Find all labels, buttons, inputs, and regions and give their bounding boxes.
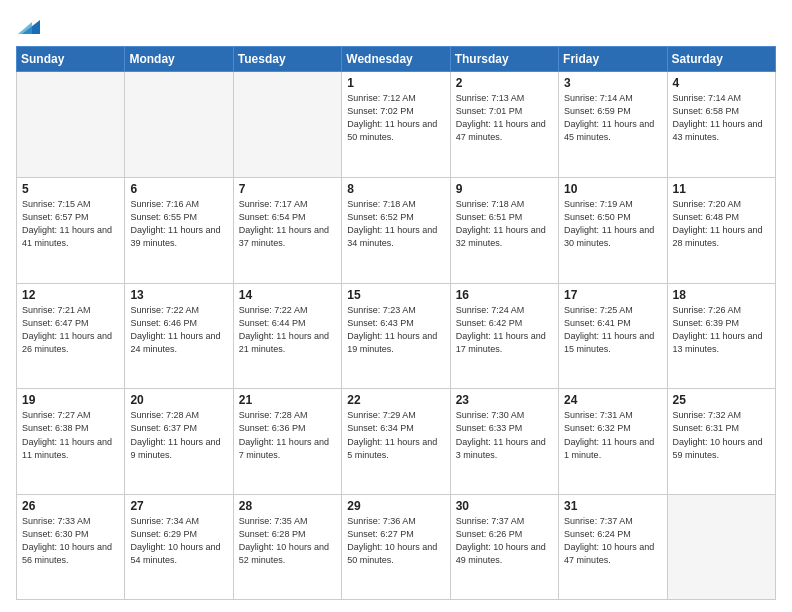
calendar-cell: 10Sunrise: 7:19 AM Sunset: 6:50 PM Dayli… xyxy=(559,177,667,283)
day-info: Sunrise: 7:22 AM Sunset: 6:44 PM Dayligh… xyxy=(239,304,336,356)
calendar-cell: 5Sunrise: 7:15 AM Sunset: 6:57 PM Daylig… xyxy=(17,177,125,283)
day-number: 28 xyxy=(239,499,336,513)
day-number: 5 xyxy=(22,182,119,196)
weekday-header-thursday: Thursday xyxy=(450,47,558,72)
day-number: 6 xyxy=(130,182,227,196)
weekday-header-monday: Monday xyxy=(125,47,233,72)
day-info: Sunrise: 7:26 AM Sunset: 6:39 PM Dayligh… xyxy=(673,304,770,356)
calendar-week-2: 5Sunrise: 7:15 AM Sunset: 6:57 PM Daylig… xyxy=(17,177,776,283)
day-number: 20 xyxy=(130,393,227,407)
calendar-week-3: 12Sunrise: 7:21 AM Sunset: 6:47 PM Dayli… xyxy=(17,283,776,389)
day-number: 26 xyxy=(22,499,119,513)
day-number: 4 xyxy=(673,76,770,90)
day-number: 3 xyxy=(564,76,661,90)
day-number: 21 xyxy=(239,393,336,407)
day-info: Sunrise: 7:23 AM Sunset: 6:43 PM Dayligh… xyxy=(347,304,444,356)
day-info: Sunrise: 7:15 AM Sunset: 6:57 PM Dayligh… xyxy=(22,198,119,250)
calendar-cell: 8Sunrise: 7:18 AM Sunset: 6:52 PM Daylig… xyxy=(342,177,450,283)
day-number: 2 xyxy=(456,76,553,90)
day-info: Sunrise: 7:37 AM Sunset: 6:24 PM Dayligh… xyxy=(564,515,661,567)
day-info: Sunrise: 7:29 AM Sunset: 6:34 PM Dayligh… xyxy=(347,409,444,461)
day-number: 16 xyxy=(456,288,553,302)
calendar-cell: 31Sunrise: 7:37 AM Sunset: 6:24 PM Dayli… xyxy=(559,495,667,600)
calendar-cell: 29Sunrise: 7:36 AM Sunset: 6:27 PM Dayli… xyxy=(342,495,450,600)
day-number: 8 xyxy=(347,182,444,196)
day-number: 29 xyxy=(347,499,444,513)
day-info: Sunrise: 7:22 AM Sunset: 6:46 PM Dayligh… xyxy=(130,304,227,356)
day-number: 15 xyxy=(347,288,444,302)
day-info: Sunrise: 7:25 AM Sunset: 6:41 PM Dayligh… xyxy=(564,304,661,356)
calendar-cell: 15Sunrise: 7:23 AM Sunset: 6:43 PM Dayli… xyxy=(342,283,450,389)
day-number: 12 xyxy=(22,288,119,302)
day-info: Sunrise: 7:17 AM Sunset: 6:54 PM Dayligh… xyxy=(239,198,336,250)
day-info: Sunrise: 7:21 AM Sunset: 6:47 PM Dayligh… xyxy=(22,304,119,356)
day-number: 25 xyxy=(673,393,770,407)
day-number: 10 xyxy=(564,182,661,196)
calendar-cell: 7Sunrise: 7:17 AM Sunset: 6:54 PM Daylig… xyxy=(233,177,341,283)
day-info: Sunrise: 7:18 AM Sunset: 6:52 PM Dayligh… xyxy=(347,198,444,250)
calendar-cell: 24Sunrise: 7:31 AM Sunset: 6:32 PM Dayli… xyxy=(559,389,667,495)
day-info: Sunrise: 7:33 AM Sunset: 6:30 PM Dayligh… xyxy=(22,515,119,567)
day-number: 23 xyxy=(456,393,553,407)
day-info: Sunrise: 7:37 AM Sunset: 6:26 PM Dayligh… xyxy=(456,515,553,567)
calendar-cell: 1Sunrise: 7:12 AM Sunset: 7:02 PM Daylig… xyxy=(342,72,450,178)
calendar-cell: 6Sunrise: 7:16 AM Sunset: 6:55 PM Daylig… xyxy=(125,177,233,283)
calendar-cell: 19Sunrise: 7:27 AM Sunset: 6:38 PM Dayli… xyxy=(17,389,125,495)
calendar-cell: 30Sunrise: 7:37 AM Sunset: 6:26 PM Dayli… xyxy=(450,495,558,600)
calendar-cell: 26Sunrise: 7:33 AM Sunset: 6:30 PM Dayli… xyxy=(17,495,125,600)
weekday-header-row: SundayMondayTuesdayWednesdayThursdayFrid… xyxy=(17,47,776,72)
weekday-header-saturday: Saturday xyxy=(667,47,775,72)
day-info: Sunrise: 7:31 AM Sunset: 6:32 PM Dayligh… xyxy=(564,409,661,461)
day-number: 22 xyxy=(347,393,444,407)
day-info: Sunrise: 7:28 AM Sunset: 6:37 PM Dayligh… xyxy=(130,409,227,461)
day-number: 24 xyxy=(564,393,661,407)
calendar-week-4: 19Sunrise: 7:27 AM Sunset: 6:38 PM Dayli… xyxy=(17,389,776,495)
day-info: Sunrise: 7:12 AM Sunset: 7:02 PM Dayligh… xyxy=(347,92,444,144)
calendar-cell: 12Sunrise: 7:21 AM Sunset: 6:47 PM Dayli… xyxy=(17,283,125,389)
weekday-header-tuesday: Tuesday xyxy=(233,47,341,72)
day-info: Sunrise: 7:18 AM Sunset: 6:51 PM Dayligh… xyxy=(456,198,553,250)
calendar-cell: 21Sunrise: 7:28 AM Sunset: 6:36 PM Dayli… xyxy=(233,389,341,495)
day-info: Sunrise: 7:36 AM Sunset: 6:27 PM Dayligh… xyxy=(347,515,444,567)
day-number: 31 xyxy=(564,499,661,513)
calendar-cell xyxy=(125,72,233,178)
calendar-cell: 27Sunrise: 7:34 AM Sunset: 6:29 PM Dayli… xyxy=(125,495,233,600)
calendar-cell: 13Sunrise: 7:22 AM Sunset: 6:46 PM Dayli… xyxy=(125,283,233,389)
calendar-cell xyxy=(233,72,341,178)
day-number: 1 xyxy=(347,76,444,90)
day-info: Sunrise: 7:24 AM Sunset: 6:42 PM Dayligh… xyxy=(456,304,553,356)
calendar-week-5: 26Sunrise: 7:33 AM Sunset: 6:30 PM Dayli… xyxy=(17,495,776,600)
day-info: Sunrise: 7:28 AM Sunset: 6:36 PM Dayligh… xyxy=(239,409,336,461)
calendar-cell xyxy=(17,72,125,178)
calendar-cell: 3Sunrise: 7:14 AM Sunset: 6:59 PM Daylig… xyxy=(559,72,667,178)
calendar-cell: 11Sunrise: 7:20 AM Sunset: 6:48 PM Dayli… xyxy=(667,177,775,283)
logo-icon xyxy=(18,16,40,38)
day-number: 11 xyxy=(673,182,770,196)
calendar-cell: 28Sunrise: 7:35 AM Sunset: 6:28 PM Dayli… xyxy=(233,495,341,600)
day-info: Sunrise: 7:34 AM Sunset: 6:29 PM Dayligh… xyxy=(130,515,227,567)
calendar-week-1: 1Sunrise: 7:12 AM Sunset: 7:02 PM Daylig… xyxy=(17,72,776,178)
calendar-cell: 17Sunrise: 7:25 AM Sunset: 6:41 PM Dayli… xyxy=(559,283,667,389)
calendar-cell: 23Sunrise: 7:30 AM Sunset: 6:33 PM Dayli… xyxy=(450,389,558,495)
day-info: Sunrise: 7:20 AM Sunset: 6:48 PM Dayligh… xyxy=(673,198,770,250)
weekday-header-friday: Friday xyxy=(559,47,667,72)
calendar-cell: 2Sunrise: 7:13 AM Sunset: 7:01 PM Daylig… xyxy=(450,72,558,178)
calendar-cell: 4Sunrise: 7:14 AM Sunset: 6:58 PM Daylig… xyxy=(667,72,775,178)
day-number: 19 xyxy=(22,393,119,407)
logo xyxy=(16,16,40,38)
calendar-cell xyxy=(667,495,775,600)
day-info: Sunrise: 7:32 AM Sunset: 6:31 PM Dayligh… xyxy=(673,409,770,461)
day-info: Sunrise: 7:30 AM Sunset: 6:33 PM Dayligh… xyxy=(456,409,553,461)
day-number: 13 xyxy=(130,288,227,302)
day-number: 9 xyxy=(456,182,553,196)
day-number: 27 xyxy=(130,499,227,513)
calendar-cell: 16Sunrise: 7:24 AM Sunset: 6:42 PM Dayli… xyxy=(450,283,558,389)
day-number: 18 xyxy=(673,288,770,302)
day-info: Sunrise: 7:19 AM Sunset: 6:50 PM Dayligh… xyxy=(564,198,661,250)
day-number: 7 xyxy=(239,182,336,196)
day-info: Sunrise: 7:27 AM Sunset: 6:38 PM Dayligh… xyxy=(22,409,119,461)
day-info: Sunrise: 7:35 AM Sunset: 6:28 PM Dayligh… xyxy=(239,515,336,567)
day-number: 17 xyxy=(564,288,661,302)
calendar-cell: 20Sunrise: 7:28 AM Sunset: 6:37 PM Dayli… xyxy=(125,389,233,495)
calendar-cell: 9Sunrise: 7:18 AM Sunset: 6:51 PM Daylig… xyxy=(450,177,558,283)
